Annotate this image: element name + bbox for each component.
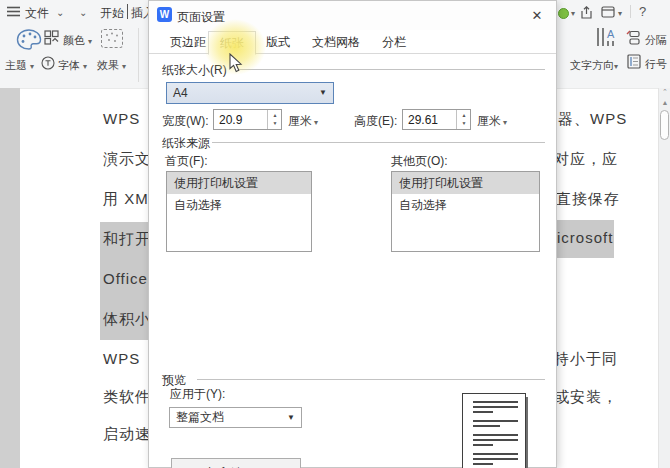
- line-number-icon: [627, 54, 641, 69]
- list-item[interactable]: 自动选择: [392, 194, 539, 216]
- preview-line: [473, 458, 518, 460]
- chevron-down-icon[interactable]: ⌄: [56, 7, 64, 18]
- vertical-scrollbar[interactable]: ⌃ ▲: [658, 88, 670, 468]
- doc-line: 用 XML: [103, 190, 148, 209]
- group-divider: [235, 69, 545, 70]
- line-number-button[interactable]: 行号: [645, 57, 667, 72]
- apply-to-select[interactable]: 整篇文档 ▼: [169, 407, 302, 428]
- doc-line: 类软件: [103, 388, 148, 407]
- scroll-up-arrow-icon[interactable]: ▲: [659, 99, 670, 106]
- doc-line: 体积小: [103, 310, 148, 329]
- line-number-label: 行号: [645, 58, 667, 70]
- effect-label: 效果: [97, 59, 119, 71]
- dialog-title-bar[interactable]: W 页面设置 ✕: [149, 1, 556, 30]
- list-item[interactable]: 自动选择: [167, 194, 311, 216]
- preview-line: [473, 406, 518, 408]
- spin-down-icon[interactable]: ▼: [457, 120, 471, 126]
- effect-button[interactable]: 效果 ▾: [97, 58, 126, 73]
- spin-up-icon[interactable]: ▲: [457, 112, 471, 118]
- spin-down-icon[interactable]: ▼: [268, 120, 282, 126]
- tab-columns[interactable]: 分栏: [371, 31, 417, 54]
- page-left-edge: [0, 88, 20, 468]
- tab-doc-grid[interactable]: 文档网格: [301, 31, 371, 54]
- page-preview-thumbnail: [462, 393, 526, 468]
- circled-t-icon: [41, 56, 55, 70]
- hamburger-menu-icon[interactable]: [7, 6, 20, 17]
- divider: [630, 5, 631, 18]
- wps-logo-icon: W: [157, 7, 172, 22]
- paper-source-group-label: 纸张来源: [162, 135, 210, 152]
- file-menu[interactable]: 文件: [25, 5, 49, 22]
- doc-line: 启动速: [103, 425, 148, 444]
- text-direction-icon: A: [596, 27, 618, 47]
- first-page-listbox[interactable]: 使用打印机设置 自动选择: [166, 171, 312, 252]
- color-swatches-icon[interactable]: [44, 30, 59, 45]
- chevron-down-icon: ▾: [314, 118, 318, 127]
- close-icon[interactable]: ✕: [528, 7, 546, 25]
- width-input[interactable]: 20.9 ▲▼: [213, 109, 282, 130]
- group-divider: [197, 379, 545, 380]
- height-value: 29.61: [408, 113, 438, 127]
- other-pages-listbox[interactable]: 使用打印机设置 自动选择: [391, 171, 540, 252]
- height-input[interactable]: 29.61 ▲▼: [402, 109, 471, 130]
- width-unit-select[interactable]: 厘米▾: [288, 113, 318, 130]
- preview-line: [473, 439, 518, 441]
- tab-layout[interactable]: 版式: [255, 31, 301, 54]
- chevron-down-icon[interactable]: ▾: [618, 9, 622, 18]
- chevron-down-icon: ▾: [122, 62, 126, 71]
- preview-line: [473, 420, 518, 422]
- separator-label: 分隔: [645, 34, 667, 46]
- help-icon[interactable]: ?: [639, 4, 646, 19]
- doc-line: 持小于同: [557, 350, 618, 369]
- height-label: 高度(E):: [354, 113, 397, 130]
- font-button[interactable]: 字体 ▾: [58, 58, 87, 73]
- theme-palette-icon[interactable]: [16, 28, 42, 52]
- width-label: 宽度(W):: [162, 113, 209, 130]
- color-button[interactable]: 颜色 ▾: [63, 33, 92, 48]
- doc-line: 直接保存: [557, 190, 620, 209]
- tab-paper[interactable]: 纸张: [208, 31, 256, 55]
- width-stepper[interactable]: ▲▼: [267, 110, 281, 129]
- document-text-left: WPS 演示文 用 XML 和打开 Office 体积小 WPS 类软件 启动速: [20, 89, 148, 468]
- doc-line: Office: [103, 270, 148, 287]
- height-unit-select[interactable]: 厘米▾: [477, 113, 507, 130]
- chevron-down-icon: ▾: [83, 62, 87, 71]
- separator-button[interactable]: 分隔: [645, 33, 667, 48]
- theme-button[interactable]: 主题 ▾: [5, 58, 34, 73]
- doc-line: 或安装，: [557, 388, 618, 407]
- preview-line: [473, 401, 518, 403]
- text-caret: [127, 4, 128, 19]
- chevron-down-icon: ▾: [614, 62, 618, 71]
- height-unit: 厘米: [477, 114, 501, 128]
- collapse-ribbon-icon[interactable]: ⌃: [659, 88, 670, 96]
- preview-line: [473, 434, 518, 436]
- scrollbar-thumb[interactable]: [660, 110, 669, 140]
- window-layout-icon[interactable]: [601, 6, 615, 18]
- page-setup-dialog: W 页面设置 ✕ 页边距 纸张 版式 文档网格 分栏 纸张大小(R) A4 ▼ …: [148, 0, 557, 468]
- print-options-button[interactable]: 打印选项...: [171, 458, 301, 468]
- apply-to-label: 应用于(Y):: [170, 386, 225, 403]
- dialog-tab-bar: 页边距 纸张 版式 文档网格 分栏: [149, 31, 556, 54]
- share-icon[interactable]: [581, 6, 594, 19]
- doc-line: 演示文: [103, 150, 148, 169]
- eye-protection-icon[interactable]: [558, 8, 569, 19]
- tab-start[interactable]: 开始: [100, 5, 124, 22]
- list-item[interactable]: 使用打印机设置: [392, 172, 539, 194]
- doc-line: 和打开: [103, 230, 148, 249]
- height-stepper[interactable]: ▲▼: [456, 110, 470, 129]
- text-direction-button[interactable]: 文字方向▾: [570, 58, 618, 73]
- doc-line: WPS: [103, 350, 140, 367]
- collapse-chevron-icon[interactable]: ⌄: [79, 7, 87, 18]
- document-text-right: 器、WPS 对应，应 直接保存 icrosoft 持小于同 或安装，: [557, 89, 658, 468]
- chevron-down-icon: ▾: [88, 37, 92, 46]
- color-label: 颜色: [63, 34, 85, 46]
- mouse-cursor-icon: [229, 53, 244, 73]
- chevron-down-icon[interactable]: ▾: [571, 9, 575, 18]
- effects-sparkle-icon[interactable]: [101, 29, 123, 48]
- paper-size-select[interactable]: A4 ▼: [166, 82, 334, 104]
- preview-line: [473, 453, 518, 455]
- list-item[interactable]: 使用打印机设置: [167, 172, 311, 194]
- preview-line: [473, 444, 493, 446]
- spin-up-icon[interactable]: ▲: [268, 112, 282, 118]
- chevron-down-icon: ▼: [287, 408, 295, 428]
